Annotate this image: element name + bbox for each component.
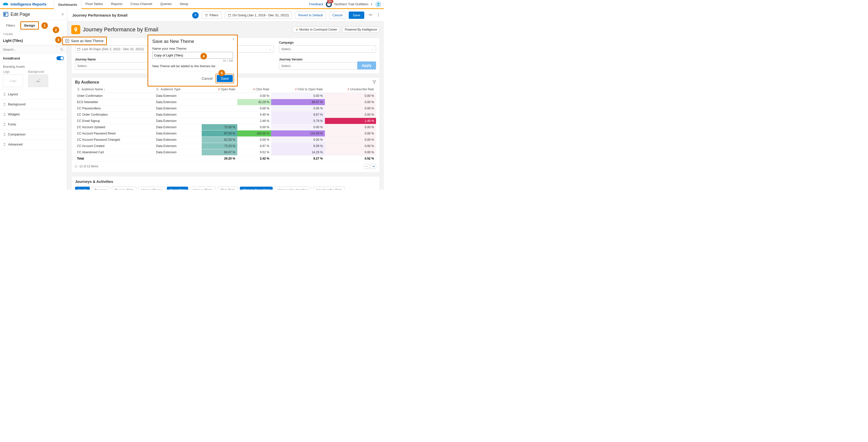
tab-dashboards[interactable]: Dashboards (54, 0, 81, 9)
filters-panel: Date Range Last 30 Days (Dec 2, 2022 - D… (71, 38, 380, 74)
notification-badge: 99+ (327, 0, 333, 3)
date-range-button[interactable]: On Going (Jan 1, 2019 - Dec 31, 2022) (225, 11, 292, 19)
modal-close-button[interactable]: × (232, 37, 235, 41)
audience-table: ☰ Audience Name ↓ ☰ Audience Type # Open… (75, 86, 376, 162)
theme-name-input[interactable] (152, 52, 233, 59)
table-row: CC Account Password ChangedData Extensio… (75, 137, 376, 143)
metric-chip[interactable]: Click to Open Rate (240, 187, 273, 190)
current-theme-name: Light (Tiles) (3, 39, 23, 43)
sidebar-close-button[interactable]: × (61, 12, 64, 17)
logo-asset-preview[interactable]: Logo (3, 74, 23, 87)
plus-icon: + (65, 39, 69, 43)
sidebar-tab-design[interactable]: Design (20, 21, 39, 30)
tab-reports[interactable]: Reports (107, 0, 126, 8)
sidebar-title: Edit Page (10, 12, 30, 17)
table-row: CC Order ConfirmationData Extension5.45 … (75, 112, 376, 118)
fit-columns-button[interactable]: ⇥ (371, 164, 376, 169)
svg-point-14 (39, 79, 40, 80)
revert-button[interactable]: Revert to Default (295, 11, 326, 19)
svg-rect-22 (296, 29, 297, 30)
svg-point-2 (329, 3, 330, 4)
journey-version-label: Journey Version (279, 58, 376, 61)
modal-name-label: Name your new Theme: (152, 46, 233, 51)
instabrand-label: InstaBrand (3, 57, 20, 60)
save-button[interactable]: Save (349, 11, 364, 19)
metric-chip[interactable]: Sends (75, 187, 90, 190)
tab-queries[interactable]: Queries (156, 0, 176, 8)
powered-by-intelligence-button[interactable]: Powered By Intelligence (342, 27, 380, 33)
modal-cancel-button[interactable]: Cancel (202, 76, 213, 81)
sidebar-section-advanced[interactable]: Advanced (0, 139, 67, 150)
expand-icon (3, 143, 6, 146)
user-avatar[interactable] (375, 1, 381, 7)
pin-icon (73, 27, 78, 32)
cancel-button[interactable]: Cancel (329, 11, 346, 19)
col-unsubscribe-rate[interactable]: # Unsubscribe Rate (325, 86, 376, 93)
save-as-new-theme-label: Save as New Theme (71, 39, 103, 43)
sidebar-section-layout[interactable]: Layout (0, 89, 67, 99)
feedback-link[interactable]: Feedback (309, 2, 323, 6)
tab-setup[interactable]: Setup (176, 0, 192, 8)
metric-chip[interactable]: Unsubscribe Rate (313, 187, 345, 190)
notifications-avatar[interactable]: 99+ (326, 1, 332, 7)
apply-filters-button[interactable]: Apply (357, 61, 376, 69)
col-audience-name[interactable]: ☰ Audience Name ↓ (75, 86, 154, 93)
col-audience-type[interactable]: ☰ Audience Type (154, 86, 202, 93)
sidebar-section-widgets[interactable]: Widgets (0, 109, 67, 119)
callout-4: 4 (200, 53, 207, 59)
campaign-select[interactable]: Select..⌄ (279, 45, 376, 53)
col-click-rate[interactable]: # Click Rate (237, 86, 272, 93)
sidebar-section-comparison[interactable]: Comparison (0, 129, 67, 139)
table-row: CC PasswordlessData Extension0.00 %0.00 … (75, 105, 376, 112)
metric-chip[interactable]: Unique Unsubscribes (275, 187, 311, 190)
metric-chip[interactable]: Unique Opens (138, 187, 165, 190)
svg-point-17 (370, 14, 371, 15)
background-asset-label: Background (28, 70, 48, 73)
expand-icon (3, 103, 6, 106)
svg-point-10 (60, 48, 62, 50)
metric-chip[interactable]: Click Rate (217, 187, 238, 190)
sidebar-section-background[interactable]: Background (0, 99, 67, 109)
metric-chip[interactable]: Unique Clicks (190, 187, 216, 190)
nav-tabs: Dashboards Pivot Tables Reports Cross-Ch… (54, 0, 192, 9)
table-title: By Audience (75, 80, 99, 85)
sidebar-tab-filters[interactable]: Filters (3, 22, 18, 29)
metric-chip[interactable]: Open Rate (167, 187, 188, 190)
svg-point-19 (378, 14, 379, 15)
add-widget-button[interactable]: + (192, 12, 199, 19)
metric-chip[interactable]: Bounces (92, 187, 110, 190)
more-options-button[interactable] (377, 12, 380, 18)
sidebar-section-fonts[interactable]: Fonts (0, 119, 67, 129)
eye-icon (368, 13, 373, 16)
background-asset-preview[interactable] (28, 74, 48, 87)
sidebar-search-input[interactable] (3, 48, 64, 52)
svg-point-20 (378, 16, 379, 17)
col-click-to-open-rate[interactable]: # Click to Open Rate (271, 86, 324, 93)
table-row: CC Account UpdatedData Extension75.00 %0… (75, 124, 376, 130)
monitor-command-center-button[interactable]: Monitor in Command Center (292, 27, 340, 33)
salesforce-cloud-icon (2, 2, 8, 6)
fit-width-button[interactable]: ↔ (364, 164, 370, 169)
kebab-icon (378, 13, 379, 17)
svg-point-1 (328, 3, 329, 4)
callout-2: 2 (53, 27, 59, 33)
journeys-title: Journeys & Activities (75, 179, 376, 184)
instabrand-toggle[interactable] (57, 56, 64, 60)
calendar-icon (77, 48, 80, 51)
workspace-selector[interactable]: Northern Trail Outfitters ▼ (334, 2, 373, 6)
col-open-rate[interactable]: # Open Rate (202, 86, 237, 93)
dashboard-title: Journey Performance by Email (83, 26, 158, 33)
save-theme-modal: × Save as New Theme Name your new Theme:… (148, 35, 238, 87)
filters-button[interactable]: Filters (202, 11, 221, 19)
preview-button[interactable] (367, 12, 374, 18)
table-filter-button[interactable] (373, 80, 376, 85)
tab-pivot-tables[interactable]: Pivot Tables (82, 0, 107, 8)
tab-cross-channel[interactable]: Cross-Channel (126, 0, 156, 8)
user-icon (377, 2, 380, 6)
metric-chip[interactable]: Bounce Rate (112, 187, 136, 190)
filter-icon (373, 80, 376, 84)
save-as-new-theme-menu-item[interactable]: + Save as New Theme (62, 37, 107, 45)
modal-save-button[interactable]: Save (217, 75, 233, 82)
theme-heading: THEME (3, 33, 64, 36)
app-title: Intelligence Reports (10, 2, 46, 6)
